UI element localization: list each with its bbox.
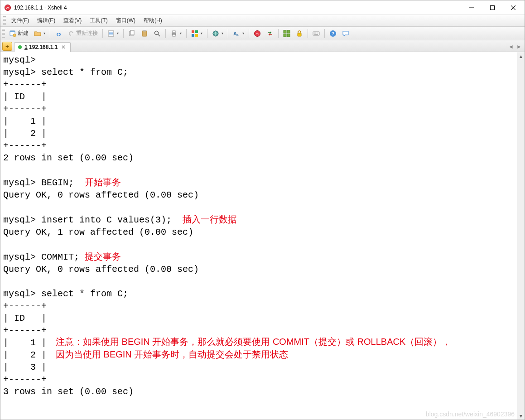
new-icon (9, 30, 16, 37)
tab-nav: ◄ ► (507, 43, 523, 50)
new-label: 新建 (18, 29, 29, 37)
feedback-button[interactable] (340, 28, 352, 39)
tab-label: 1 192.168.1.1 (24, 44, 58, 50)
font-button[interactable]: Aa▾ (231, 28, 246, 39)
reconnect-button[interactable]: 重新连接 (65, 28, 100, 39)
svg-rect-15 (143, 30, 146, 31)
open-button[interactable]: ▾ (32, 28, 48, 39)
link-button[interactable] (53, 28, 64, 39)
font-icon: Aa (233, 30, 240, 37)
svg-point-28 (255, 30, 260, 36)
svg-text:?: ? (332, 31, 334, 36)
scroll-down-button[interactable]: ▾ (517, 412, 525, 420)
menubar: 文件(F) 编辑(E) 查看(V) 工具(T) 窗口(W) 帮助(H) (0, 15, 525, 27)
toolbar-grip[interactable] (2, 29, 5, 38)
svg-rect-13 (130, 30, 134, 35)
script-icon (254, 30, 261, 37)
svg-rect-23 (192, 34, 194, 37)
tile-button[interactable] (281, 28, 293, 39)
scroll-up-button[interactable]: ▴ (517, 52, 525, 60)
svg-rect-19 (173, 31, 175, 33)
terminal[interactable]: mysql> mysql> select * from C; +------+ … (0, 52, 517, 420)
help-icon: ? (329, 30, 337, 37)
scrollbar[interactable]: ▴ ▾ (517, 52, 525, 420)
transfer-button[interactable] (264, 28, 276, 39)
scroll-track[interactable] (517, 60, 525, 412)
menu-file[interactable]: 文件(F) (8, 15, 33, 26)
properties-button[interactable]: ▾ (105, 28, 121, 39)
svg-point-7 (13, 34, 16, 37)
copy-icon (128, 30, 135, 37)
lock-button[interactable] (294, 28, 305, 39)
svg-rect-38 (314, 34, 318, 35)
session-tab[interactable]: 1 192.168.1.1 ✕ (14, 42, 71, 52)
svg-rect-35 (314, 33, 315, 34)
menu-window[interactable]: 窗口(W) (112, 15, 139, 26)
color-button[interactable]: ▾ (189, 28, 205, 39)
printer-icon (170, 30, 178, 37)
reconnect-icon (67, 30, 75, 37)
svg-rect-29 (284, 30, 286, 33)
find-button[interactable] (151, 28, 163, 39)
help-button[interactable]: ? (327, 28, 339, 39)
window-title: 192.168.1.1 - Xshell 4 (14, 5, 67, 11)
keyboard-button[interactable] (310, 28, 322, 39)
terminal-wrap: mysql> mysql> select * from C; +------+ … (0, 52, 525, 420)
speech-bubble-icon (342, 30, 349, 37)
globe-icon (212, 30, 219, 37)
svg-rect-32 (287, 34, 290, 37)
lock-icon (296, 30, 303, 37)
svg-rect-34 (313, 32, 319, 35)
svg-rect-24 (195, 34, 198, 37)
tile-icon (283, 30, 290, 37)
copy-button[interactable] (126, 28, 138, 39)
svg-rect-21 (192, 30, 194, 33)
script-button[interactable] (251, 28, 263, 39)
new-tab-button[interactable]: ＋ (2, 42, 12, 51)
tab-prev-button[interactable]: ◄ (507, 43, 515, 50)
svg-rect-36 (315, 33, 316, 34)
link-icon (55, 30, 62, 37)
transfer-icon (266, 30, 274, 37)
toolbar: 新建 ▾ 重新连接 ▾ ▾ ▾ ▾ Aa▾ ? (0, 27, 525, 40)
paste-button[interactable] (139, 28, 150, 39)
svg-rect-22 (195, 30, 198, 33)
new-session-button[interactable]: 新建 (7, 28, 31, 39)
svg-text:a: a (236, 33, 239, 37)
svg-rect-31 (284, 34, 286, 37)
tabstrip: ＋ 1 192.168.1.1 ✕ ◄ ► (0, 40, 525, 52)
app-icon (4, 4, 11, 11)
menu-tools[interactable]: 工具(T) (86, 15, 111, 26)
search-icon (154, 30, 161, 37)
menu-view[interactable]: 查看(V) (60, 15, 85, 26)
menu-edit[interactable]: 编辑(E) (34, 15, 59, 26)
tab-close-button[interactable]: ✕ (60, 44, 67, 50)
svg-point-16 (155, 31, 159, 34)
svg-rect-33 (298, 33, 301, 36)
menu-help[interactable]: 帮助(H) (140, 15, 166, 26)
watermark: blog.csdn.net/weixin_46902396 (426, 410, 515, 418)
folder-open-icon (34, 30, 41, 37)
svg-point-0 (5, 5, 11, 10)
svg-rect-37 (317, 33, 318, 34)
print-button[interactable]: ▾ (168, 28, 184, 39)
status-dot-icon (18, 45, 22, 49)
svg-rect-30 (287, 30, 290, 33)
window-controls (461, 1, 524, 14)
color-icon (191, 30, 198, 37)
maximize-button[interactable] (482, 1, 503, 14)
note-annotation: 注意：如果使用 BEGIN 开始事务，那么就必须要使用 COMMIT（提交）或 … (56, 335, 509, 361)
paste-icon (141, 30, 148, 37)
svg-rect-14 (142, 31, 147, 36)
close-button[interactable] (503, 1, 524, 14)
globe-button[interactable]: ▾ (210, 28, 226, 39)
svg-rect-2 (491, 5, 495, 10)
reconnect-label: 重新连接 (76, 29, 98, 37)
keyboard-icon (313, 30, 320, 37)
minimize-button[interactable] (461, 1, 482, 14)
menubar-grip[interactable] (3, 16, 6, 25)
svg-rect-6 (10, 31, 15, 32)
tab-next-button[interactable]: ► (515, 43, 523, 50)
svg-rect-20 (173, 34, 175, 36)
properties-icon (107, 30, 115, 37)
